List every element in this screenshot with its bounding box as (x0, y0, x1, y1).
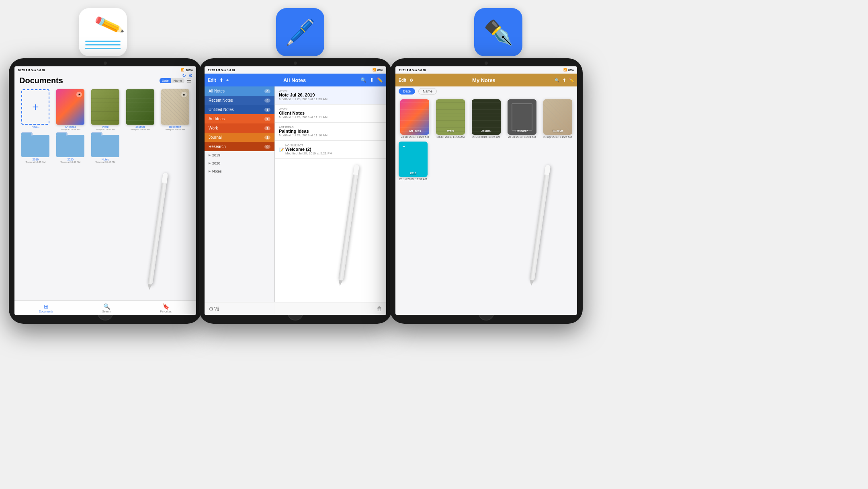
folder-2020-sidebar[interactable]: ▶ 2020 (205, 159, 274, 167)
note-0-title: Note Jul 26, 2019 (279, 92, 382, 97)
settings-icon-3[interactable]: ⚙ (409, 78, 413, 82)
recent-badge: 4 (264, 99, 270, 103)
note-research-thumb-label: Research (508, 129, 536, 132)
note-3-date: Modified Jul 20, 2019 at 5:21 PM (285, 152, 332, 155)
sidebar-work[interactable]: Work 1 (205, 123, 274, 133)
doc-research[interactable]: ★ Research Today at 10:53 AM (159, 89, 191, 131)
sort-name-pill[interactable]: Name (418, 88, 437, 95)
export-icon[interactable]: ⬆ (370, 77, 374, 83)
tab-search[interactable]: 🔍 Search (102, 303, 111, 313)
folder-2019-date: Today at 10:45 AM (26, 161, 46, 163)
folders-row: 2019 Today at 10:45 AM 2020 Today at 10:… (14, 133, 196, 165)
note-art-ideas-date: 28 Jul 2019, 11:25 AM (401, 136, 429, 138)
note-card-work[interactable]: Work 28 Jul 2019, 11:25 AM (434, 99, 467, 138)
folder-notes-sidebar[interactable]: ▶ Notes (205, 167, 274, 175)
trash-btn[interactable]: 🗑 (377, 306, 382, 312)
add-note-icon[interactable]: + (226, 78, 229, 83)
share-icon[interactable]: ⬆ (219, 78, 223, 83)
sort-buttons[interactable]: Date Name (160, 78, 184, 83)
ipad-frame-2: 11:15 AM Sun Jul 28 📶 88% Edit ⬆ + All N… (199, 58, 392, 324)
settings-icon[interactable]: ⚙ (188, 73, 193, 78)
folder-2020-label: 2020 (67, 158, 74, 161)
sort-date-pill[interactable]: Date (399, 88, 415, 95)
notes-grid-3: Art Ideas 28 Jul 2019, 11:25 AM Work 28 … (395, 96, 577, 142)
app-icon-goodnotes[interactable]: ✏️ (79, 8, 127, 56)
ipad-screen-2: 11:15 AM Sun Jul 28 📶 88% Edit ⬆ + All N… (205, 66, 386, 315)
tab-bar-1: ⊞ Documents 🔍 Search 🔖 Favorites (14, 300, 196, 315)
work-sidebar-badge: 1 (264, 126, 270, 130)
work-sidebar-label: Work (209, 126, 218, 130)
research-sidebar-label: Research (209, 144, 226, 149)
docs-header: Documents Date Name ☰ (14, 74, 196, 87)
mynotes-title: My Notes (472, 77, 495, 83)
journal-date: Today at 10:53 AM (130, 128, 150, 131)
doc-art-ideas[interactable]: ★ Art Ideas Today at 10:54 AM (54, 89, 87, 131)
note-1-category: Work (279, 108, 382, 111)
sidebar-all-notes[interactable]: All Notes 4 (205, 86, 274, 96)
sidebar-art-ideas[interactable]: Art Ideas 1 (205, 114, 274, 123)
refresh-icon[interactable]: ↻ (182, 73, 186, 78)
note-card-t12020[interactable]: T1 2020 28 Apr 2019, 11:25 AM (541, 99, 574, 138)
note-t12020-date: 28 Apr 2019, 11:25 AM (543, 136, 572, 138)
help-btn[interactable]: ? (214, 306, 217, 312)
folder-2020[interactable]: 2020 Today at 10:46 AM (54, 135, 87, 163)
status-bar-1: 10:55 AM Sun Jul 28 📶 100% (14, 66, 196, 74)
wifi-icon-2: 📶 (373, 68, 376, 72)
sort-name-btn[interactable]: Name (171, 78, 184, 83)
more-btn-3[interactable]: ✏️ (569, 78, 574, 82)
note-2-title: Painting Ideas (279, 129, 382, 134)
doc-new[interactable]: + New... (19, 89, 52, 131)
edit-btn-3[interactable]: Edit (399, 78, 406, 82)
notes-header-right: 🔍 ⬆ ✏️ (360, 77, 383, 83)
edit-btn[interactable]: Edit (208, 78, 216, 83)
folder-2019[interactable]: 2019 Today at 10:45 AM (19, 135, 52, 163)
doc-work[interactable]: Work Today at 10:53 AM (89, 89, 122, 131)
note-2019-date: 28 Jul 2019, 11:37 AM (399, 178, 427, 181)
notes-sidebar: All Notes 4 Recent Notes 4 Untitled Note… (205, 86, 275, 315)
sidebar-untitled[interactable]: Untitled Notes 1 (205, 105, 274, 114)
note-card-journal[interactable]: Journal 28 Jul 2019, 11:25 AM (470, 99, 503, 138)
sort-date-btn[interactable]: Date (160, 78, 171, 83)
time-2: 11:15 AM Sun Jul 28 (208, 69, 235, 72)
tab-documents[interactable]: ⊞ Documents (39, 303, 53, 313)
art-ideas-sidebar-label: Art Ideas (209, 117, 225, 121)
note-2019-thumb-label: 2019 (399, 172, 428, 175)
research-date: Today at 10:53 AM (165, 128, 185, 131)
art-ideas-label: Art Ideas (65, 125, 76, 128)
share-btn-3[interactable]: ⬆ (563, 78, 566, 82)
note-card-art-ideas[interactable]: Art Ideas 28 Jul 2019, 11:25 AM (399, 99, 431, 138)
note-item-1[interactable]: Work Client Notes Modified Jul 28, 2019 … (275, 105, 386, 123)
list-icon[interactable]: ☰ (187, 78, 191, 84)
note-card-2019[interactable]: ☁ 2019 28 Jul 2019, 11:37 AM (399, 142, 428, 181)
tab-favorites[interactable]: 🔖 Favorites (160, 303, 172, 313)
folder-notes-sidebar-label: Notes (212, 169, 222, 173)
doc-journal[interactable]: Journal Today at 10:53 AM (124, 89, 156, 131)
note-item-3[interactable]: 📝 No Subject Welcome (2) Modified Jul 20… (275, 141, 386, 159)
app-icon-pages[interactable]: ✒️ (474, 8, 522, 56)
art-ideas-sidebar-badge: 1 (264, 117, 270, 121)
app-icon-notability[interactable]: 🖊️ (276, 8, 324, 56)
compose-icon[interactable]: ✏️ (377, 77, 383, 83)
note-work-date: 28 Jul 2019, 11:25 AM (436, 136, 465, 138)
search-icon-2[interactable]: 🔍 (360, 77, 366, 83)
note-item-2[interactable]: Art Ideas Painting Ideas Modified Jul 28… (275, 123, 386, 141)
notes-header: Edit ⬆ + All Notes 🔍 ⬆ ✏️ (205, 74, 386, 86)
note-item-0[interactable]: Work Note Jul 26, 2019 Modified Jul 28, … (275, 86, 386, 105)
documents-tab-label: Documents (39, 310, 53, 313)
settings-btn-2[interactable]: ⚙ (209, 306, 214, 312)
folder-notes[interactable]: Notes Today at 10:47 AM (89, 135, 122, 163)
favorites-tab-label: Favorites (160, 310, 172, 313)
folder-2019-sidebar[interactable]: ▶ 2019 (205, 151, 274, 159)
search-btn-3[interactable]: 🔍 (555, 78, 559, 82)
sidebar-recent[interactable]: Recent Notes 4 (205, 96, 274, 105)
ipad-screen-1: 10:55 AM Sun Jul 28 📶 100% Documents Dat… (14, 66, 196, 315)
mynotes-sort-bar: Date Name (395, 86, 577, 96)
info-btn[interactable]: ℹ (217, 306, 219, 312)
time-1: 10:55 AM Sun Jul 28 (18, 69, 45, 72)
sidebar-journal[interactable]: Journal 1 (205, 133, 274, 142)
battery-3: 88% (568, 69, 574, 72)
sidebar-research[interactable]: Research 0 (205, 142, 274, 151)
note-2-category: Art Ideas (279, 126, 382, 129)
folder-notes-date: Today at 10:47 AM (95, 161, 115, 163)
note-card-research[interactable]: Research 28 Jul 2019, 10:04 AM (506, 99, 538, 138)
